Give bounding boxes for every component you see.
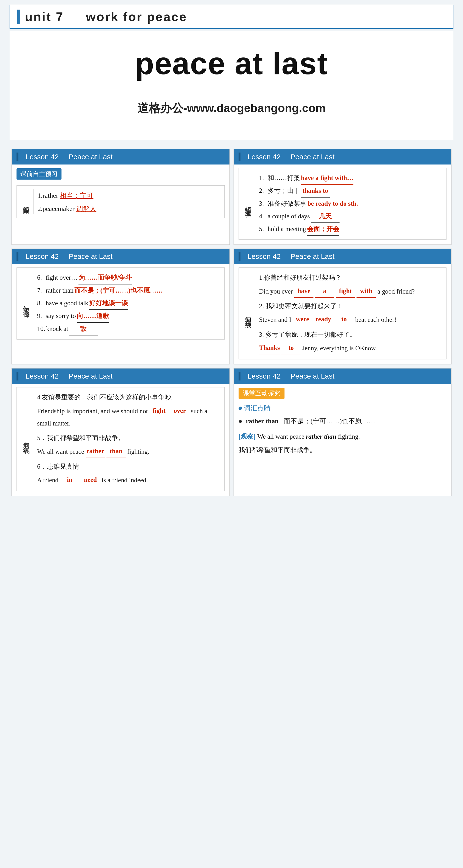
unit-label: unit 7 (25, 10, 64, 24)
main-grid: Lesson 42 Peace at Last 课前自主预习 单 词 闯 关 1… (9, 147, 454, 498)
phrase-label-vert: 短 语 互 译 (243, 172, 255, 236)
vocab-box: 单 词 闯 关 1.rather 相当；宁可 2.peacemaker 调解人 (16, 185, 225, 218)
panel-header-2: Lesson 42 Peace at Last (234, 149, 452, 164)
vocab-item-1: 1.rather 相当；宁可 (38, 190, 220, 201)
sentence-2-en: Steven and I were ready to beat each oth… (259, 313, 442, 326)
unit-title: work for peace (86, 10, 187, 24)
sentence-box-1: 句 型 在 线 1.你曾经和好朋友打过架吗？ Did you ever have… (238, 268, 447, 360)
phrase-row-7: 7. rather than 而不是；(宁可……)也不愿…… (37, 284, 220, 297)
panel-header-1: Lesson 42 Peace at Last (12, 149, 229, 164)
hero-subtitle: 道格办公-www.daogebangong.com (137, 100, 326, 116)
vocab-label: 单 词 闯 关 (22, 189, 34, 214)
panel-sentence-2: Lesson 42 Peace at Last 句 型 在 线 4.友谊是重要的… (11, 368, 230, 496)
phrase-row-1: 1. 和……打架 have a fight with… (259, 172, 442, 185)
phrase-row-10: 10. knock at 敌 (37, 323, 220, 336)
hero-section: peace at last 道格办公-www.daogebangong.com (9, 31, 454, 140)
panel-header-5: Lesson 42 Peace at Last (12, 369, 229, 384)
sentence-4-cn: 4.友谊是重要的，我们不应该为这样的小事争吵。 (37, 391, 220, 403)
sentence-content-2: 4.友谊是重要的，我们不应该为这样的小事争吵。 Friendship is im… (37, 391, 220, 487)
panel-header-4: Lesson 42 Peace at Last (234, 249, 452, 264)
lesson-label-2: Lesson 42 Peace at Last (246, 153, 334, 161)
header: unit 7 work for peace (9, 5, 454, 29)
sentence-5-cn: 5．我们都希望和平而非战争。 (37, 432, 220, 444)
sentence-5-en: We all want peace rather than fighting. (37, 445, 220, 458)
phrase-row-2: 2. 多亏；由于 thanks to (259, 185, 442, 197)
panel-header-accent (16, 153, 19, 161)
phrase-row-6: 6. fight over… 为……而争吵/争斗 (37, 272, 220, 284)
sentence-3-en: Thanks to Jenny, everything is OKnow. (259, 342, 442, 354)
sentence-1-en: Did you ever have a fight with a good fr… (259, 285, 442, 298)
sentence-box-2: 句 型 在 线 4.友谊是重要的，我们不应该为这样的小事争吵。 Friendsh… (16, 387, 225, 491)
phrase-row-9: 9. say sorry to 向……道歉 (37, 310, 220, 322)
panel-classroom: Lesson 42 Peace at Last 课堂互动探究 词汇点睛 ● ra… (234, 368, 452, 496)
bullet-icon (238, 407, 242, 410)
preview-tag: 课前自主预习 (16, 168, 62, 180)
lesson-label-5: Lesson 42 Peace at Last (24, 372, 112, 380)
sentence-label-vert: 句 型 在 线 (243, 272, 255, 355)
sentence-3-cn: 3. 多亏了詹妮，现在一切都好了。 (259, 329, 442, 341)
sentence-content-1: 1.你曾经和好朋友打过架吗？ Did you ever have a fight… (259, 272, 442, 355)
panel-sentence-1: Lesson 42 Peace at Last 句 型 在 线 1.你曾经和好朋… (234, 249, 452, 365)
header-accent (17, 9, 20, 24)
point1-title: ● rather than 而不是；(宁可……)也不愿…… (238, 415, 447, 427)
panel-header-accent-5 (16, 372, 19, 380)
sentence-6-cn: 6．患难见真情。 (37, 461, 220, 473)
lesson-label-1: Lesson 42 Peace at Last (24, 153, 112, 161)
point1-example: [观察] We all want peace rather than fight… (238, 431, 447, 442)
lesson-label-4: Lesson 42 Peace at Last (246, 252, 334, 260)
classroom-tag: 课堂互动探究 (238, 388, 285, 399)
phrase-content-2: 6. fight over… 为……而争吵/争斗 7. rather than … (37, 272, 220, 335)
panel-vocab: Lesson 42 Peace at Last 课前自主预习 单 词 闯 关 1… (11, 149, 230, 245)
sentence-6-en: A friend in need is a friend indeed. (37, 474, 220, 486)
lesson-label-3: Lesson 42 Peace at Last (24, 252, 112, 260)
phrase-row-8: 8. have a good talk 好好地谈一谈 (37, 297, 220, 310)
sentence-2-cn: 2. 我和史蒂文就要打起来了！ (259, 300, 442, 312)
panel-phrase-1: Lesson 42 Peace at Last 短 语 互 译 1. 和……打架… (234, 149, 452, 245)
sentence-label-vert-2: 句 型 在 线 (22, 391, 33, 487)
vocab-items: 1.rather 相当；宁可 2.peacemaker 调解人 (38, 189, 220, 214)
phrase-box-2: 短 语 互 译 6. fight over… 为……而争吵/争斗 7. rath… (16, 268, 225, 339)
sentence-4-en: Friendship is important, and we should n… (37, 405, 220, 430)
vocab-point-section: 词汇点睛 (238, 404, 447, 413)
hero-title: peace at last (135, 45, 328, 82)
phrase-row-5: 5. hold a meeting 会面；开会 (259, 223, 442, 236)
right-phrase-content: 1. 和……打架 have a fight with… 2. 多亏；由于 tha… (259, 172, 442, 236)
panel-header-accent-6 (238, 372, 240, 380)
point1-translation: 我们都希望和平而非战争。 (238, 444, 447, 456)
lesson-label-6: Lesson 42 Peace at Last (246, 372, 334, 380)
vocab-item-2: 2.peacemaker 调解人 (38, 204, 220, 214)
sentence-1: 1.你曾经和好朋友打过架吗？ (259, 272, 442, 284)
panel-phrase-2: Lesson 42 Peace at Last 短 语 互 译 6. fight… (11, 249, 230, 365)
panel-header-accent-2 (238, 153, 240, 161)
phrase-row-3: 3. 准备好做某事 be ready to do sth. (259, 197, 442, 210)
header-title: unit 7 work for peace (25, 9, 187, 24)
phrase-row-4: 4. a couple of days 几天 (259, 210, 442, 223)
panel-header-accent-3 (16, 252, 19, 261)
phrase-label-vert-2: 短 语 互 译 (22, 272, 33, 335)
panel-header-6: Lesson 42 Peace at Last (234, 369, 452, 384)
panel-header-3: Lesson 42 Peace at Last (12, 249, 229, 264)
right-phrase-box: 短 语 互 译 1. 和……打架 have a fight with… 2. 多… (238, 168, 447, 240)
panel-header-accent-4 (238, 252, 240, 261)
